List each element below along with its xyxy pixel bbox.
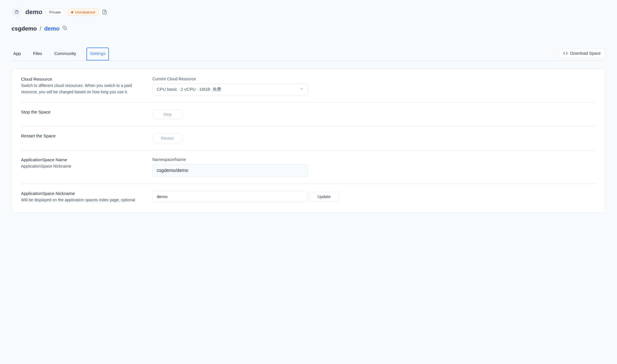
- nickname-title: ApplicationSpace Nickname: [21, 191, 142, 196]
- breadcrumb-owner[interactable]: csgdemo: [12, 25, 37, 32]
- nickname-input[interactable]: [152, 191, 308, 202]
- setting-nickname: ApplicationSpace Nickname Will be displa…: [21, 184, 596, 205]
- stop-button[interactable]: Stop: [152, 109, 182, 119]
- download-space-label: Download Space: [570, 51, 601, 56]
- header: demo Private Uninitialized: [12, 7, 605, 17]
- namespace-label: Namespace/Name: [152, 157, 596, 162]
- status-label: Uninitialized: [75, 10, 95, 14]
- tab-app[interactable]: App: [12, 48, 23, 60]
- status-dot-icon: [71, 11, 73, 13]
- tabs-row: App Files Community Settings Download Sp…: [12, 48, 605, 61]
- tabs-list: App Files Community Settings: [12, 48, 109, 60]
- settings-card: Cloud Resource Switch to different cloud…: [12, 69, 605, 213]
- breadcrumb: csgdemo / demo: [12, 25, 605, 32]
- setting-space-name: ApplicationSpace Name ApplicationSpace N…: [21, 150, 596, 184]
- status-badge: Uninitialized: [68, 9, 99, 16]
- copy-icon[interactable]: [63, 25, 67, 32]
- download-space-button[interactable]: Download Space: [558, 48, 605, 58]
- restart-button[interactable]: Restart: [152, 133, 182, 143]
- namespace-value: csgdemo/demo: [152, 164, 308, 177]
- chevron-down-icon: [300, 87, 304, 92]
- setting-restart: Restart the Space Restart: [21, 126, 596, 150]
- setting-stop: Stop the Space Stop: [21, 103, 596, 126]
- current-cloud-label: Current Cloud Resource: [152, 77, 596, 81]
- space-title: demo: [25, 8, 42, 16]
- space-icon: [12, 7, 22, 17]
- tab-files[interactable]: Files: [31, 48, 44, 60]
- stop-title: Stop the Space: [21, 109, 142, 114]
- tab-community[interactable]: Community: [52, 48, 78, 60]
- cloud-resource-select[interactable]: CPU basic · 2 vCPU · 16GB ·免费: [152, 84, 308, 95]
- cloud-resource-selected: CPU basic · 2 vCPU · 16GB ·免费: [157, 87, 221, 92]
- svg-point-2: [105, 13, 105, 13]
- space-name-title: ApplicationSpace Name: [21, 157, 142, 162]
- report-icon[interactable]: [102, 10, 107, 15]
- update-nickname-button[interactable]: Update: [309, 192, 339, 202]
- restart-title: Restart the Space: [21, 133, 142, 138]
- visibility-badge: Private: [46, 9, 64, 16]
- cloud-resource-desc: Switch to different cloud resources. Whe…: [21, 83, 142, 95]
- breadcrumb-name[interactable]: demo: [44, 25, 59, 32]
- cloud-resource-title: Cloud Resource: [21, 77, 142, 81]
- nickname-desc: Will be displayed on the application spa…: [21, 197, 142, 203]
- tab-settings[interactable]: Settings: [86, 48, 109, 60]
- space-name-desc: ApplicationSpace Nickname: [21, 163, 142, 170]
- setting-cloud-resource: Cloud Resource Switch to different cloud…: [21, 77, 596, 103]
- breadcrumb-separator: /: [40, 25, 41, 32]
- download-icon: [563, 51, 568, 56]
- svg-rect-4: [64, 27, 67, 30]
